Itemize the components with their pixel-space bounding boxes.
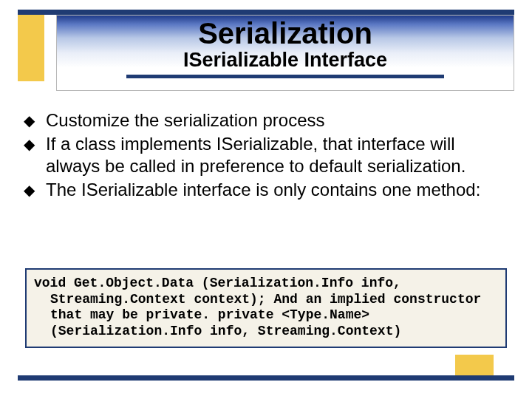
code-block: void Get.Object.Data (Serialization.Info…	[25, 268, 507, 348]
bullet-text: The ISerializable interface is only cont…	[46, 179, 511, 201]
bullet-icon: ◆	[21, 109, 46, 132]
code-line: (Serialization.Info info, Streaming.Cont…	[34, 324, 498, 340]
subtitle-underline	[126, 75, 444, 78]
code-line: void Get.Object.Data (Serialization.Info…	[34, 276, 401, 290]
accent-block-bottom	[455, 355, 494, 375]
bullet-item: ◆ Customize the serialization process	[21, 109, 511, 132]
title-block: Serialization ISerializable Interface	[56, 15, 514, 91]
code-line: that may be private. private <Type.Name>	[34, 307, 498, 324]
slide-title: Serialization	[198, 17, 372, 50]
slide-subtitle: ISerializable Interface	[183, 49, 387, 72]
bullet-item: ◆ The ISerializable interface is only co…	[21, 179, 511, 201]
bullet-icon: ◆	[21, 133, 46, 155]
code-line: Streaming.Context context); And an impli…	[34, 292, 498, 308]
content-area: ◆ Customize the serialization process ◆ …	[21, 109, 511, 202]
bullet-text: Customize the serialization process	[46, 109, 511, 132]
accent-block-top	[18, 15, 44, 81]
bullet-icon: ◆	[21, 179, 46, 201]
bullet-item: ◆ If a class implements ISerializable, t…	[21, 133, 511, 177]
top-border-bar	[18, 10, 514, 15]
bottom-border-bar	[18, 375, 514, 381]
bullet-text: If a class implements ISerializable, tha…	[46, 133, 511, 177]
